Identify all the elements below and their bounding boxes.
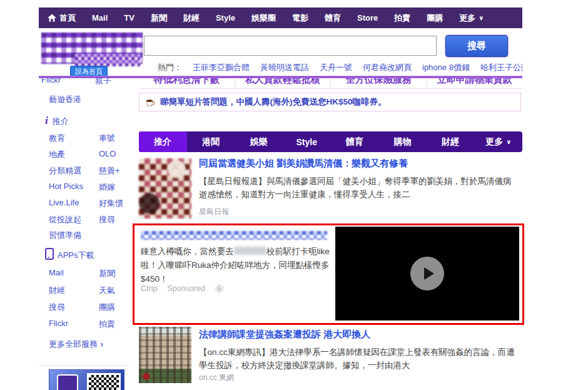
sidebar-item-property[interactable]: 地產 xyxy=(49,149,65,160)
sidebar-item-wedding[interactable]: 婚嫁 xyxy=(99,182,115,193)
sidebar-item-invest[interactable]: 從投說起 xyxy=(49,214,81,225)
tab-hk-news[interactable]: 港聞 xyxy=(187,131,235,152)
nav-item-auctions[interactable]: 拍賣 xyxy=(394,13,410,24)
trending-link[interactable]: 王菲李亞鵬合體 xyxy=(193,62,250,73)
chevron-down-icon: ∨ xyxy=(479,14,484,21)
news-thumbnail-building[interactable] xyxy=(139,327,191,383)
loan-banner-item[interactable]: 特低利息清下數 xyxy=(139,78,235,88)
nav-item-finance[interactable]: 財經 xyxy=(183,13,200,24)
news-body: 【on.cc東網專訊】港大法律學系一名講師懷疑因在課堂上發表有關強姦的言論，而遭… xyxy=(199,346,517,372)
trending-row: 熱門： 王菲李亞鵬合體 黃曉明送電話 天舟一號 何君堯改網頁 iphone 8價… xyxy=(158,62,522,73)
ad-advertiser[interactable]: Ctrip xyxy=(141,284,157,293)
sidebar-app-news[interactable]: 新聞 xyxy=(99,268,115,279)
sidebar-item-car[interactable]: 車號 xyxy=(99,133,115,144)
nav-item-movies[interactable]: 電影 xyxy=(292,13,308,24)
info-icon: i xyxy=(45,115,48,126)
more-arrow-icon: › xyxy=(100,339,103,349)
trending-link[interactable]: iphone 8價錢 xyxy=(422,62,470,73)
loan-banner-item[interactable]: 全方位保險服務 xyxy=(330,78,427,88)
ad-title-pixelated[interactable] xyxy=(141,231,327,240)
sidebar-item-flickr[interactable]: Flickr xyxy=(41,78,61,85)
play-button[interactable] xyxy=(410,257,444,290)
sidebar-item-charity[interactable]: 慈善+ xyxy=(99,165,120,177)
loan-banner-item[interactable]: 私人貸款輕鬆批核 xyxy=(235,78,331,88)
clipped-loan-banner: 特低利息清下數 私人貸款輕鬆批核 全方位保險服務 立即申請物業貸款 xyxy=(139,78,522,89)
nav-item-label: 首頁 xyxy=(59,13,76,24)
news-item-2: 法律講師課堂提強姦案遭投訴 港大即換人 【on.cc東網專訊】港大法律學系一名講… xyxy=(139,327,522,389)
nav-item-deals[interactable]: 團購 xyxy=(427,13,443,24)
trending-label: 熱門： xyxy=(158,62,182,73)
sidebar-item-family[interactable]: 親子 xyxy=(95,78,111,86)
tab-recommended[interactable]: 推介 xyxy=(139,131,187,152)
sidebar-intro-label: 推介 xyxy=(53,116,69,126)
sidebar-item-search[interactable]: 搜尋 xyxy=(99,214,115,225)
promo-text[interactable]: 睇簡單短片答問題，中國人壽(海外)免費送您HK$50咖啡券。 xyxy=(160,96,387,108)
sidebar-app-search[interactable]: 搜尋 xyxy=(49,302,65,313)
content-tab-bar: 推介 港聞 娛樂 Style 體育 購物 財經 更多 ∨ xyxy=(139,131,522,152)
tab-shopping[interactable]: 購物 xyxy=(378,131,427,152)
phone-icon xyxy=(45,248,54,260)
nav-item-home[interactable]: 首頁 xyxy=(48,13,76,24)
nav-item-celebrity[interactable]: 娛樂圈 xyxy=(251,13,276,24)
sidebar-item-education[interactable]: 教育 xyxy=(49,133,65,144)
trending-link[interactable]: 哈利王子公開女友 xyxy=(480,62,522,73)
yahoo-hk-homepage: 首頁 Mail TV 新聞 財經 Style 娛樂圈 電影 體育 Store 拍… xyxy=(0,0,588,390)
nav-item-sports[interactable]: 體育 xyxy=(325,13,341,24)
qr-code xyxy=(87,373,121,390)
ad-body-pre: 鍾意入樽嘅你，當然要去 xyxy=(141,247,234,256)
sidebar-item-art[interactable]: 藝遊香港 xyxy=(49,94,81,105)
nav-item-mail[interactable]: Mail xyxy=(92,13,108,23)
phone-image xyxy=(57,374,78,390)
tab-sports[interactable]: 體育 xyxy=(331,131,379,152)
nav-item-news[interactable]: 新聞 xyxy=(151,13,167,24)
sidebar-app-deals[interactable]: 團購 xyxy=(99,302,115,313)
sidebar-intro-header[interactable]: i推介 xyxy=(45,115,69,127)
play-icon xyxy=(424,267,434,280)
home-icon xyxy=(48,14,56,22)
tab-more[interactable]: 更多 ∨ xyxy=(474,131,522,152)
sidebar-item-goodhabit[interactable]: 好集慣 xyxy=(99,198,123,209)
top-nav-bar: 首頁 Mail TV 新聞 財經 Style 娛樂圈 電影 體育 Store 拍… xyxy=(39,8,522,28)
sidebar-more-services[interactable]: 更多全部服務 › xyxy=(49,338,103,350)
sidebar-item-hotpicks[interactable]: Hot Picks xyxy=(49,182,83,191)
ad-video-player[interactable] xyxy=(335,227,519,321)
tab-more-label: 更多 xyxy=(485,136,503,148)
more-services-label: 更多全部服務 xyxy=(49,339,98,349)
sidebar-apps-label: APPs下載 xyxy=(58,250,94,260)
tab-finance[interactable]: 財經 xyxy=(427,131,475,152)
trending-link[interactable]: 天舟一號 xyxy=(320,62,352,73)
sidebar-divider xyxy=(39,365,129,366)
ad-body-redacted xyxy=(234,247,266,255)
chevron-down-icon: ∨ xyxy=(506,138,511,145)
sidebar-app-mail[interactable]: Mail xyxy=(49,268,64,277)
tab-entertainment[interactable]: 娛樂 xyxy=(235,131,283,152)
news-title[interactable]: 同屆當選健美小姐 劉美娟讚馬清儀：樂觀又有修養 xyxy=(199,158,408,170)
sidebar-app-weather[interactable]: 天氣 xyxy=(99,285,115,296)
news-source: on.cc 東網 xyxy=(199,372,234,383)
news-source: 星島日報 xyxy=(199,207,229,217)
trending-link[interactable]: 黃曉明送電話 xyxy=(260,62,309,73)
app-download-banner[interactable] xyxy=(49,369,124,390)
search-button[interactable]: 搜尋 xyxy=(445,35,508,57)
sidebar-item-habit[interactable]: 習慣準備 xyxy=(49,230,81,241)
sidebar-app-finance[interactable]: 財經 xyxy=(49,285,65,296)
nav-item-store[interactable]: Store xyxy=(357,13,378,23)
sidebar-apps-header[interactable]: APPs下載 xyxy=(45,248,94,261)
nav-item-style[interactable]: Style xyxy=(216,13,235,23)
sidebar-item-classifieds[interactable]: 分類精選 xyxy=(49,165,81,177)
news-title[interactable]: 法律講師課堂提強姦案遭投訴 港大即換人 xyxy=(199,329,370,341)
sidebar-app-auction[interactable]: 拍賣 xyxy=(99,319,115,330)
adchoices-icon[interactable]: $ xyxy=(215,284,224,293)
coffee-icon xyxy=(145,98,156,107)
sidebar-clipped-row: Flickr 親子 xyxy=(39,78,133,88)
trending-link[interactable]: 何君堯改網頁 xyxy=(363,62,412,73)
loan-banner-item[interactable]: 立即申請物業貸款 xyxy=(427,78,523,88)
tab-style[interactable]: Style xyxy=(283,131,331,152)
nav-item-more[interactable]: 更多 ∨ xyxy=(459,13,484,24)
sidebar-app-flickr[interactable]: Flickr xyxy=(49,319,68,328)
news-thumbnail-pixelated[interactable] xyxy=(139,158,191,218)
nav-item-tv[interactable]: TV xyxy=(124,13,134,23)
sidebar-item-livelife[interactable]: Live.Life xyxy=(49,198,79,207)
sidebar-item-olo[interactable]: OLO xyxy=(99,149,116,158)
search-input[interactable] xyxy=(144,36,437,56)
